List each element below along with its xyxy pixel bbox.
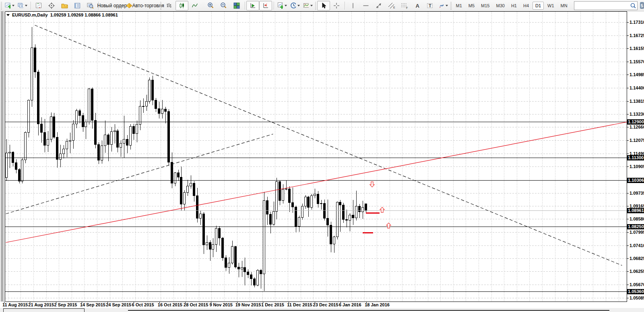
price-tick-label: 1.10905 <box>630 164 644 169</box>
text-label-tool-button[interactable]: T <box>424 1 437 10</box>
strategy-tester-button[interactable] <box>84 1 97 10</box>
vertical-line-icon <box>350 2 356 9</box>
indicators-button[interactable] <box>276 1 289 10</box>
price-tick-label: 1.07995 <box>630 230 644 235</box>
search-icon[interactable] <box>630 2 636 9</box>
line-chart-button[interactable] <box>188 1 201 10</box>
notification-count: 5 <box>641 3 643 8</box>
data-window-button[interactable] <box>45 1 58 10</box>
price-level-label: 1.11300 <box>627 155 644 160</box>
price-level-label: 1.08250 <box>627 224 644 229</box>
fibonacci-tool-button[interactable]: F <box>398 1 411 10</box>
svg-text:T: T <box>429 3 431 8</box>
date-tick-label: 28 Oct 2015 <box>184 302 208 307</box>
terminal-button[interactable] <box>71 1 84 10</box>
price-level-label: 1.12900 <box>627 119 644 125</box>
search-input[interactable] <box>576 3 630 8</box>
periods-icon <box>290 2 296 9</box>
chart-shift-button[interactable] <box>259 1 272 10</box>
search-box <box>574 1 638 10</box>
equidistant-channel-icon: E <box>388 2 395 9</box>
vertical-line-tool-button[interactable] <box>347 1 359 10</box>
tile-windows-button[interactable] <box>230 1 243 10</box>
market-watch-button[interactable] <box>32 1 45 10</box>
date-tick-label: 14 Sep 2015 <box>80 302 105 307</box>
chart-menu-icon[interactable] <box>6 14 10 16</box>
timeframe-button-W1[interactable]: W1 <box>545 2 557 10</box>
price-tick-label: 1.09735 <box>630 191 644 196</box>
text-tool-button[interactable]: A <box>411 1 424 10</box>
timeframe-button-MN[interactable]: MN <box>558 2 570 10</box>
equidistant-channel-tool-button[interactable]: E <box>385 1 398 10</box>
arrows-tool-button[interactable] <box>437 1 450 10</box>
arrows-icon <box>438 2 444 9</box>
chart-symbol-period: EURUSD.m,Daily <box>12 12 48 17</box>
chart-canvas[interactable] <box>0 0 644 312</box>
text-icon: A <box>415 2 420 9</box>
price-tick-label: 1.06255 <box>630 269 644 274</box>
profiles-icon <box>18 2 23 9</box>
toolbar-grip[interactable] <box>160 2 161 10</box>
new-chart-icon <box>5 2 10 9</box>
data-window-icon <box>48 2 55 9</box>
price-tick-label: 1.14985 <box>630 72 644 77</box>
auto-scroll-icon <box>250 2 256 9</box>
timeframe-button-H4[interactable]: H4 <box>520 2 532 10</box>
zoom-out-button[interactable] <box>217 1 230 10</box>
svg-text:F: F <box>406 6 408 9</box>
price-tick-label: 1.12075 <box>630 138 644 143</box>
svg-text:E: E <box>393 6 395 9</box>
profiles-button[interactable] <box>16 1 29 10</box>
zoom-in-button[interactable] <box>204 1 217 10</box>
crosshair-tool-button[interactable] <box>330 1 343 10</box>
price-tick-label: 1.13230 <box>630 112 644 116</box>
autotrading-button[interactable]: Авто-торговля <box>136 1 159 10</box>
periods-button[interactable] <box>289 1 301 10</box>
price-tick-label: 1.08580 <box>630 216 644 221</box>
candlestick-chart-button[interactable] <box>175 1 188 10</box>
indicators-icon <box>277 2 283 9</box>
docked-panel-edge-left[interactable] <box>3 308 85 312</box>
price-level-label: 1.08961 <box>627 208 644 213</box>
navigator-button[interactable] <box>58 1 71 10</box>
timeframe-button-M15[interactable]: M15 <box>478 2 492 10</box>
timeframe-button-M30[interactable]: M30 <box>493 2 507 10</box>
community-notifications-badge[interactable]: 5 <box>640 2 644 9</box>
price-tick-label: 1.07410 <box>630 243 644 248</box>
new-chart-button[interactable] <box>3 1 16 10</box>
price-tick-label: 1.13815 <box>630 99 644 104</box>
bar-chart-button[interactable] <box>163 1 175 10</box>
timeframe-button-M5[interactable]: M5 <box>466 2 477 10</box>
timeframe-button-H1[interactable]: H1 <box>508 2 520 10</box>
toolbar-grip[interactable] <box>450 2 452 10</box>
price-tick-label: 1.15570 <box>630 59 644 64</box>
timeframe-button-M1[interactable]: M1 <box>453 2 465 10</box>
toolbar-separator <box>274 2 274 10</box>
docked-panel-edge-right[interactable] <box>128 310 609 312</box>
auto-scroll-button[interactable] <box>246 1 259 10</box>
toolbar-separator <box>245 2 245 10</box>
new-order-button[interactable]: Новый ордер <box>100 1 123 10</box>
chevron-down-icon <box>446 5 448 6</box>
timeframes-bar: M1M5M15M30H1H4D1W1MN <box>453 2 571 10</box>
horizontal-line-tool-button[interactable] <box>359 1 372 10</box>
strategy-tester-icon <box>87 2 94 9</box>
zoom-in-icon <box>207 2 214 9</box>
cursor-tool-button[interactable] <box>317 1 330 10</box>
templates-button[interactable] <box>301 1 314 10</box>
price-level-label: 1.05360 <box>627 289 644 294</box>
chevron-down-icon <box>25 5 27 6</box>
trendline-tool-button[interactable] <box>372 1 385 10</box>
line-chart-icon <box>192 2 198 9</box>
templates-icon <box>303 2 309 9</box>
svg-text:A: A <box>415 3 419 9</box>
fibonacci-icon: F <box>401 2 408 9</box>
date-tick-label: 23 Dec 2015 <box>313 302 339 307</box>
text-label-icon: T <box>427 2 433 9</box>
timeframe-button-D1[interactable]: D1 <box>533 2 544 10</box>
toolbar-grip[interactable] <box>1 2 2 10</box>
price-tick-label: 1.16155 <box>630 46 644 51</box>
toolbar-grip[interactable] <box>315 2 316 10</box>
date-tick-label: 24 Sep 2015 <box>106 302 131 307</box>
bar-chart-icon <box>166 2 172 9</box>
